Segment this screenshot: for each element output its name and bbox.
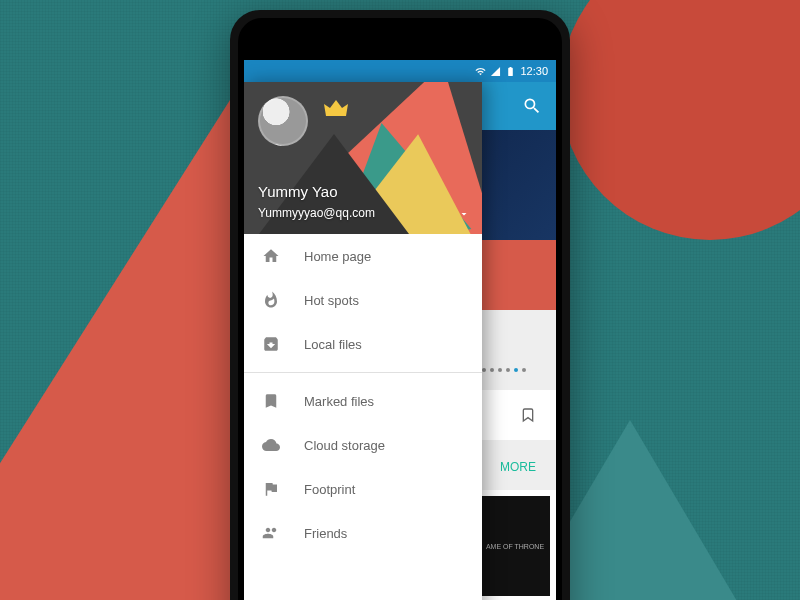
featured-card[interactable] xyxy=(474,390,556,440)
user-name: Yummy Yao xyxy=(258,183,337,200)
battery-icon xyxy=(505,66,516,77)
nav-home[interactable]: Home page xyxy=(244,234,482,278)
search-icon[interactable] xyxy=(522,96,542,116)
more-link[interactable]: MORE xyxy=(500,460,536,474)
nav-label: Local files xyxy=(304,337,362,352)
thumbnail: AME OF THRONE xyxy=(480,496,550,596)
nav-label: Cloud storage xyxy=(304,438,385,453)
nav-label: Marked files xyxy=(304,394,374,409)
home-icon xyxy=(262,247,280,265)
flag-icon xyxy=(262,480,280,498)
nav-label: Hot spots xyxy=(304,293,359,308)
cloud-icon xyxy=(262,436,280,454)
carousel-dots[interactable] xyxy=(482,368,526,372)
status-bar: 12:30 xyxy=(244,60,556,82)
drawer-header[interactable]: Yummy Yao Yummyyyao@qq.com xyxy=(244,82,482,234)
wifi-icon xyxy=(475,66,486,77)
bookmark-outline-icon[interactable] xyxy=(520,407,536,423)
nav-label: Friends xyxy=(304,526,347,541)
phone-frame: 12:30 MORE AME OF THRONE me of Thrones S… xyxy=(230,10,570,600)
nav-local-files[interactable]: Local files xyxy=(244,322,482,366)
dropdown-icon[interactable] xyxy=(458,208,470,220)
nav-label: Home page xyxy=(304,249,371,264)
signal-icon xyxy=(490,66,501,77)
nav-cloud-storage[interactable]: Cloud storage xyxy=(244,423,482,467)
nav-friends[interactable]: Friends xyxy=(244,511,482,555)
status-time: 12:30 xyxy=(520,65,548,77)
people-icon xyxy=(262,524,280,542)
nav-label: Footprint xyxy=(304,482,355,497)
nav-marked-files[interactable]: Marked files xyxy=(244,379,482,423)
list-card[interactable]: AME OF THRONE me of Thrones Se date to e… xyxy=(474,490,556,600)
user-email: Yummyyyao@qq.com xyxy=(258,206,375,220)
avatar[interactable] xyxy=(258,96,308,146)
fire-icon xyxy=(262,291,280,309)
navigation-drawer: Yummy Yao Yummyyyao@qq.com Home page Hot… xyxy=(244,82,482,600)
crown-icon xyxy=(324,100,348,120)
nav-footprint[interactable]: Footprint xyxy=(244,467,482,511)
nav-hotspots[interactable]: Hot spots xyxy=(244,278,482,322)
archive-icon xyxy=(262,335,280,353)
divider xyxy=(244,372,482,373)
bookmark-icon xyxy=(262,392,280,410)
